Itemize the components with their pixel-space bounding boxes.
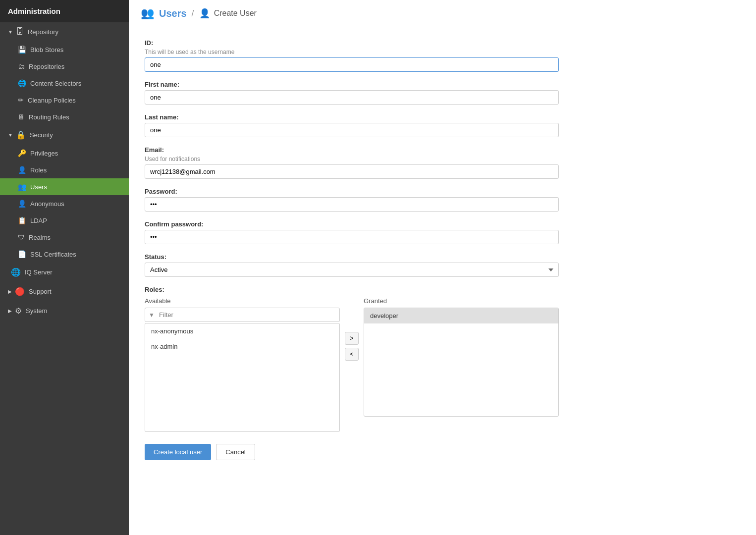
security-label: Security	[30, 131, 53, 139]
sidebar-item-cleanup-policies[interactable]: ✏ Cleanup Policies	[0, 92, 129, 108]
sidebar-item-label: Blob Stores	[30, 46, 63, 54]
create-user-icon: 👤	[199, 8, 210, 19]
create-local-user-button[interactable]: Create local user	[145, 444, 211, 460]
confirm-password-input[interactable]	[145, 230, 559, 244]
firstname-label: First name:	[145, 81, 559, 88]
lastname-label: Last name:	[145, 113, 559, 121]
filter-wrapper: ▼	[145, 308, 340, 322]
confirm-password-field-group: Confirm password:	[145, 220, 559, 244]
page-title: Users	[159, 8, 187, 19]
sidebar-item-label: SSL Certificates	[30, 251, 76, 258]
main-content: 👥 Users / 👤 Create User ID: This will be…	[129, 0, 756, 535]
chevron-right-icon: ▶	[8, 308, 12, 314]
list-item[interactable]: nx-anonymous	[145, 323, 339, 339]
ssl-icon: 📄	[18, 250, 26, 258]
sidebar-item-label: Roles	[30, 166, 47, 174]
chevron-down-icon: ▼	[8, 132, 13, 138]
available-roles-list: nx-anonymous nx-admin	[145, 323, 340, 432]
lastname-field-group: Last name:	[145, 113, 559, 137]
sidebar-item-ldap[interactable]: 📋 LDAP	[0, 212, 129, 229]
sub-title: Create User	[214, 9, 257, 18]
iq-server-label: IQ Server	[25, 268, 53, 276]
sidebar-item-privileges[interactable]: 🔑 Privileges	[0, 145, 129, 161]
sidebar-item-label: Users	[30, 183, 47, 191]
anonymous-icon: 👤	[18, 200, 26, 208]
sidebar-item-content-selectors[interactable]: 🌐 Content Selectors	[0, 75, 129, 92]
blob-stores-icon: 💾	[18, 46, 26, 54]
sidebar-item-label: Repositories	[29, 63, 64, 70]
firstname-field-group: First name:	[145, 81, 559, 105]
roles-icon: 👤	[18, 166, 26, 174]
sidebar-section-system[interactable]: ▶ ⚙ System	[0, 301, 129, 321]
sidebar-item-label: Privileges	[30, 150, 58, 157]
sidebar-item-blob-stores[interactable]: 💾 Blob Stores	[0, 41, 129, 58]
sidebar-section-security[interactable]: ▼ 🔒 Security	[0, 125, 129, 145]
granted-header: Granted	[364, 297, 559, 305]
chevron-right-icon: ▶	[8, 289, 12, 294]
sidebar-item-realms[interactable]: 🛡 Realms	[0, 229, 129, 246]
create-user-form: ID: This will be used as the username Fi…	[129, 27, 575, 472]
ldap-icon: 📋	[18, 216, 26, 224]
sidebar-section-support[interactable]: ▶ 🔴 Support	[0, 282, 129, 301]
users-icon: 👥	[18, 183, 26, 191]
sidebar-title: Administration	[0, 0, 129, 22]
sidebar-item-label: Cleanup Policies	[28, 97, 76, 104]
content-selectors-icon: 🌐	[18, 79, 26, 87]
sidebar-item-label: LDAP	[30, 217, 47, 224]
roles-available-column: Available ▼ nx-anonymous nx-admin	[145, 297, 340, 432]
sidebar-section-iq-server[interactable]: 🌐 IQ Server	[0, 263, 129, 282]
email-label: Email:	[145, 146, 559, 154]
realms-icon: 🛡	[18, 233, 25, 241]
support-icon: 🔴	[15, 287, 25, 296]
chevron-down-icon: ▼	[8, 29, 13, 35]
id-field-group: ID: This will be used as the username	[145, 39, 559, 72]
move-left-button[interactable]: <	[345, 348, 359, 361]
password-field-group: Password:	[145, 188, 559, 212]
repository-icon: 🗄	[16, 27, 24, 36]
granted-roles-list: developer	[364, 308, 559, 417]
routing-rules-icon: 🖥	[18, 113, 25, 121]
sidebar: Administration ▼ 🗄 Repository 💾 Blob Sto…	[0, 0, 129, 535]
sidebar-item-routing-rules[interactable]: 🖥 Routing Rules	[0, 108, 129, 125]
password-label: Password:	[145, 188, 559, 195]
system-label: System	[26, 307, 47, 315]
breadcrumb-separator: /	[192, 8, 194, 19]
sidebar-item-anonymous[interactable]: 👤 Anonymous	[0, 195, 129, 212]
system-icon: ⚙	[15, 306, 22, 316]
status-select[interactable]: Active Disabled	[145, 263, 559, 277]
sidebar-item-label: Routing Rules	[29, 113, 69, 121]
email-input[interactable]	[145, 164, 559, 179]
email-field-group: Email: Used for notifications	[145, 146, 559, 179]
confirm-password-label: Confirm password:	[145, 220, 559, 228]
repositories-icon: 🗂	[18, 62, 25, 70]
form-actions: Create local user Cancel	[145, 444, 559, 460]
sidebar-item-repositories[interactable]: 🗂 Repositories	[0, 58, 129, 75]
filter-icon: ▼	[149, 312, 155, 319]
sidebar-item-users[interactable]: 👥 Users	[0, 178, 129, 195]
firstname-input[interactable]	[145, 90, 559, 105]
transfer-buttons: > <	[340, 332, 364, 361]
roles-filter-input[interactable]	[145, 308, 340, 322]
roles-columns: Available ▼ nx-anonymous nx-admin > <	[145, 297, 559, 432]
lastname-input[interactable]	[145, 123, 559, 137]
id-input[interactable]	[145, 57, 559, 72]
move-right-button[interactable]: >	[345, 332, 359, 345]
sidebar-item-label: Content Selectors	[30, 80, 81, 87]
list-item[interactable]: nx-admin	[145, 339, 339, 354]
cancel-button[interactable]: Cancel	[216, 444, 255, 460]
roles-section: Roles: Available ▼ nx-anonymous nx-admin	[145, 286, 559, 432]
password-input[interactable]	[145, 197, 559, 212]
email-hint: Used for notifications	[145, 156, 559, 162]
breadcrumb-sub: 👤 Create User	[199, 8, 257, 19]
sidebar-section-repository[interactable]: ▼ 🗄 Repository	[0, 22, 129, 41]
page-header: 👥 Users / 👤 Create User	[129, 0, 756, 27]
id-hint: This will be used as the username	[145, 49, 559, 55]
security-icon: 🔒	[16, 130, 26, 140]
cleanup-policies-icon: ✏	[18, 96, 24, 104]
sidebar-item-roles[interactable]: 👤 Roles	[0, 161, 129, 178]
roles-label: Roles:	[145, 286, 559, 293]
iq-server-icon: 🌐	[11, 268, 21, 277]
list-item[interactable]: developer	[364, 308, 558, 323]
sidebar-item-ssl-certificates[interactable]: 📄 SSL Certificates	[0, 246, 129, 263]
status-field-group: Status: Active Disabled	[145, 253, 559, 277]
